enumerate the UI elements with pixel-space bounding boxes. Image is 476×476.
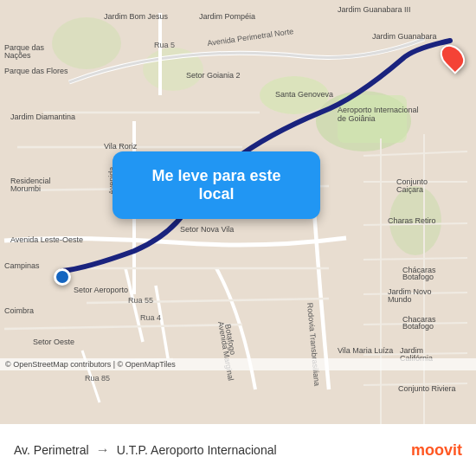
svg-text:Conjunto Riviera: Conjunto Riviera: [398, 384, 456, 393]
svg-text:Setor Nova Vila: Setor Nova Vila: [180, 225, 234, 234]
svg-text:de Goiânia: de Goiânia: [338, 114, 376, 123]
svg-text:Jardim Guanabara: Jardim Guanabara: [372, 32, 437, 41]
svg-text:Setor Goiania 2: Setor Goiania 2: [186, 71, 241, 80]
map-container: Jardim Pompéia Jardim Bom Jesus Jardim G…: [0, 0, 476, 424]
svg-text:Coimbra: Coimbra: [4, 306, 34, 315]
svg-text:Jardim Guanabara III: Jardim Guanabara III: [338, 5, 411, 14]
svg-text:Rua 5: Rua 5: [154, 41, 175, 49]
svg-text:Morumbi: Morumbi: [10, 184, 41, 193]
destination-marker: [442, 43, 463, 71]
svg-text:Parque das Flores: Parque das Flores: [4, 67, 68, 75]
destination-label: U.T.P. Aeroporto Internacional: [117, 443, 277, 457]
route-arrow-icon: →: [96, 442, 110, 458]
moovit-logo: moovit: [411, 441, 462, 460]
svg-text:Botafogo: Botafogo: [402, 322, 434, 331]
attribution: © OpenStreetMap contributors | © OpenMap…: [0, 358, 476, 370]
svg-text:Jardim Pompéia: Jardim Pompéia: [199, 12, 255, 21]
svg-text:Botafogo: Botafogo: [402, 273, 434, 281]
svg-text:Vila Maria Luíza: Vila Maria Luíza: [338, 346, 393, 355]
svg-text:Setor Oeste: Setor Oeste: [33, 338, 74, 346]
svg-text:Rua 55: Rua 55: [128, 296, 153, 305]
svg-text:Aeroporto Internacional: Aeroporto Internacional: [338, 106, 419, 114]
origin-label: Av. Perimetral: [14, 443, 89, 457]
svg-text:Jardim Diamantina: Jardim Diamantina: [10, 113, 75, 121]
svg-text:Mundo: Mundo: [388, 295, 412, 304]
attribution-text: © OpenStreetMap contributors | © OpenMap…: [5, 360, 176, 369]
svg-text:Rua 4: Rua 4: [140, 313, 161, 322]
svg-text:Setor Aeroporto: Setor Aeroporto: [74, 286, 128, 294]
svg-point-6: [52, 17, 121, 69]
svg-text:Campinas: Campinas: [4, 261, 40, 270]
origin-marker: [54, 268, 71, 286]
bottom-bar: Av. Perimetral → U.T.P. Aeroporto Intern…: [0, 424, 476, 476]
moovit-brand-text: moovit: [411, 441, 462, 460]
svg-text:Charas Retiro: Charas Retiro: [388, 216, 436, 225]
svg-text:Vila Roriz: Vila Roriz: [104, 142, 138, 151]
tooltip-banner[interactable]: Me leve para este local: [113, 151, 320, 219]
svg-text:Caiçara: Caiçara: [396, 185, 423, 194]
svg-text:Nações: Nações: [4, 51, 31, 60]
svg-text:Jardim Bom Jesus: Jardim Bom Jesus: [104, 12, 169, 21]
svg-text:Rua 85: Rua 85: [85, 374, 110, 383]
tooltip-text: Me leve para este local: [151, 167, 280, 203]
svg-text:Avenida Leste-Oeste: Avenida Leste-Oeste: [10, 235, 83, 244]
route-info: Av. Perimetral → U.T.P. Aeroporto Intern…: [14, 442, 411, 458]
svg-text:Santa Genoveva: Santa Genoveva: [275, 90, 333, 99]
